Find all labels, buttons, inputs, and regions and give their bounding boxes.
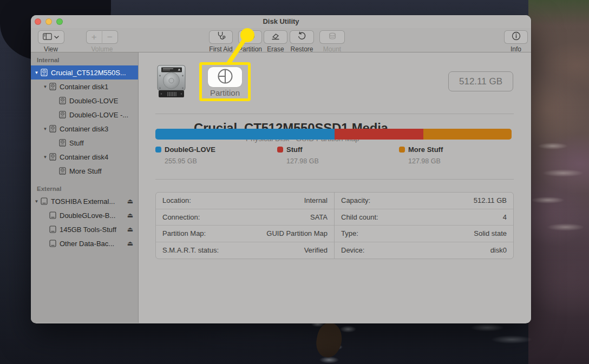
internal-disk-icon [48, 153, 57, 161]
sidebar-item-container-disk3[interactable]: ▼ Container disk3 [31, 122, 138, 136]
erase-button[interactable]: Erase [264, 30, 287, 53]
sidebar-section-internal: Internal [31, 55, 138, 65]
info-value: 512.11 GB [474, 196, 507, 204]
hard-drive-icon [157, 65, 186, 101]
volume-label: Volume [86, 45, 118, 53]
external-disk-icon [48, 240, 57, 247]
sidebar-item-doubleglove-b[interactable]: DoubleGLove-B... ⏏ [31, 208, 138, 222]
cliff-surf-foam [532, 135, 584, 243]
info-icon [512, 31, 521, 43]
erase-label: Erase [264, 45, 287, 53]
toolbar: View + − Volume First Aid Partiti [31, 28, 531, 52]
sidebar-item-more-stuff[interactable]: More Stuff [31, 164, 138, 178]
restore-label: Restore [290, 45, 314, 53]
info-row-child-count: Child count: 4 [335, 209, 513, 226]
sidebar-item-label: DoubleG-LOVE -... [69, 111, 128, 119]
callout-arrow-origin-dot [240, 28, 254, 42]
legend-swatch-blue [155, 147, 161, 153]
partition-segment-stuff [335, 129, 423, 140]
sidebar-item-doubleg-love-data[interactable]: DoubleG-LOVE -... [31, 108, 138, 122]
legend-swatch-orange [399, 147, 405, 153]
main-pane: Crucial_CT512M550SSD1 Media Physical Dis… [139, 52, 531, 323]
info-label: Child count: [341, 213, 378, 221]
eject-button[interactable]: ⏏ [127, 240, 133, 247]
disk-size-badge: 512.11 GB [448, 71, 513, 91]
restore-button[interactable]: Restore [290, 30, 314, 53]
legend-swatch-red [277, 147, 283, 153]
view-button[interactable]: View [36, 30, 66, 53]
sidebar-item-label: TOSHIBA External... [51, 197, 115, 206]
sidebar-item-stuff[interactable]: Stuff [31, 136, 138, 150]
sidebar-item-label: Container disk4 [60, 153, 108, 161]
info-row-capacity: Capacity: 512.11 GB [335, 193, 513, 209]
sidebar: Internal ▼ Crucial_CT512M550S... ▼ Conta… [31, 52, 139, 323]
disclosure-triangle[interactable]: ▼ [42, 127, 48, 131]
disclosure-triangle[interactable]: ▼ [34, 70, 40, 75]
eject-button[interactable]: ⏏ [127, 197, 133, 205]
first-aid-button[interactable]: First Aid [209, 30, 233, 53]
eraser-icon [271, 32, 280, 43]
sidebar-item-label: Other Data-Bac... [60, 240, 114, 248]
external-disk-icon [48, 226, 57, 233]
window-title: Disk Utility [31, 17, 531, 25]
legend-name: DoubleG-LOVE [165, 145, 215, 154]
eject-button[interactable]: ⏏ [127, 226, 133, 233]
info-value: GUID Partition Map [266, 229, 328, 237]
info-button[interactable]: Info [504, 30, 528, 53]
sidebar-item-doubleg-love[interactable]: DoubleG-LOVE [31, 94, 138, 108]
partition-segment-more-stuff [423, 129, 512, 140]
info-label: Location: [162, 196, 191, 204]
sidebar-item-label: DoubleGLove-B... [60, 211, 115, 220]
add-volume-button[interactable]: + [87, 30, 102, 44]
sidebar-item-label: DoubleG-LOVE [69, 97, 118, 105]
sidebar-item-container-disk4[interactable]: ▼ Container disk4 [31, 150, 138, 164]
legend-name: Stuff [286, 145, 303, 154]
info-row-location: Location: Internal [156, 193, 334, 209]
info-value: disk0 [490, 246, 507, 254]
view-label: View [36, 45, 66, 53]
separator [155, 114, 514, 114]
partition-pie-icon [217, 68, 233, 87]
stethoscope-icon [216, 31, 226, 43]
info-row-connection: Connection: SATA [156, 209, 334, 226]
title-bar[interactable]: Disk Utility [31, 15, 531, 28]
info-label: Device: [341, 246, 364, 254]
legend-name: More Stuff [408, 145, 443, 154]
volume-icon [58, 139, 67, 147]
internal-disk-icon [40, 69, 48, 76]
info-value: SATA [310, 213, 328, 221]
sidebar-item-other-data-backup[interactable]: Other Data-Bac... ⏏ [31, 236, 138, 250]
info-label: Capacity: [341, 196, 370, 204]
restore-arrow-icon [297, 31, 306, 43]
mount-button[interactable]: Mount [319, 30, 345, 53]
eject-button[interactable]: ⏏ [127, 211, 133, 219]
sidebar-item-crucial-disk[interactable]: ▼ Crucial_CT512M550S... [31, 65, 138, 80]
info-value: Internal [304, 196, 328, 204]
disclosure-triangle[interactable]: ▼ [42, 155, 48, 160]
sidebar-item-label: Container disk3 [60, 125, 108, 133]
legend-size: 127.98 GB [286, 157, 319, 165]
callout-highlight-box: Partition [199, 62, 251, 101]
callout-partition-button [208, 67, 242, 87]
info-row-device: Device: disk0 [335, 242, 513, 259]
legend-size: 127.98 GB [408, 157, 443, 165]
info-label: Info [504, 45, 528, 53]
chevron-down-icon [54, 35, 59, 40]
separator [155, 179, 514, 180]
sidebar-item-label: Container disk1 [60, 83, 108, 91]
info-label: Partition Map: [162, 229, 206, 237]
volume-icon [58, 111, 67, 118]
disclosure-triangle[interactable]: ▼ [42, 84, 48, 89]
volume-icon [58, 167, 67, 175]
sidebar-item-145gb-tools-stuff[interactable]: 145GB Tools-Stuff ⏏ [31, 222, 138, 236]
sidebar-item-toshiba-external[interactable]: ▼ TOSHIBA External... ⏏ [31, 194, 138, 208]
remove-volume-button[interactable]: − [102, 30, 117, 44]
sidebar-layout-icon [43, 32, 52, 42]
info-row-smart-status: S.M.A.R.T. status: Verified [156, 242, 334, 259]
disk-utility-window: Disk Utility View + − Volume [31, 15, 531, 323]
info-label: S.M.A.R.T. status: [162, 246, 219, 254]
callout-label: Partition [202, 88, 248, 97]
sidebar-item-container-disk1[interactable]: ▼ Container disk1 [31, 80, 138, 94]
external-disk-icon [40, 197, 48, 205]
disclosure-triangle[interactable]: ▼ [34, 199, 40, 204]
